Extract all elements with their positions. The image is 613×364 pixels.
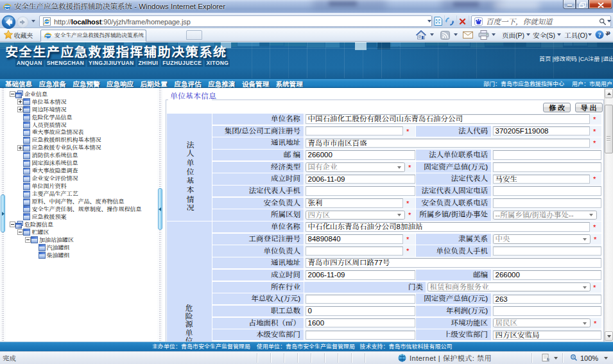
svg-text:?: ? xyxy=(598,31,601,39)
